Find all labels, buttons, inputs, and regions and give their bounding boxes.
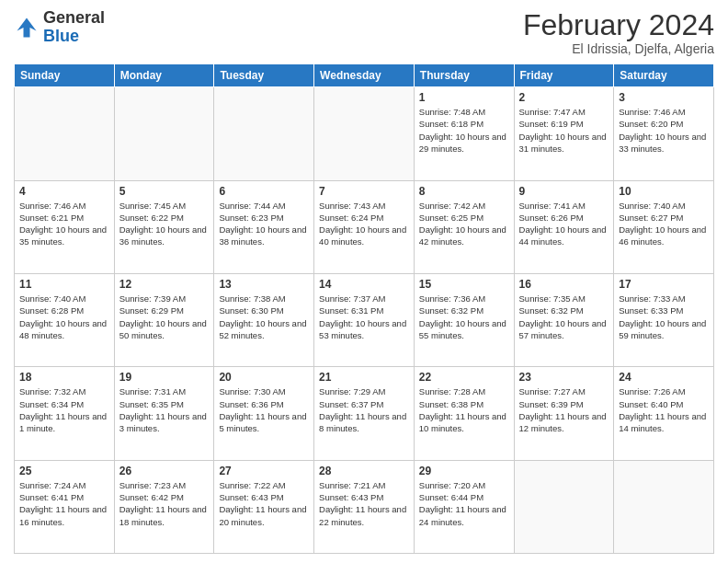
- day-info: Sunrise: 7:42 AM Sunset: 6:25 PM Dayligh…: [419, 200, 509, 248]
- calendar-header: Sunday Monday Tuesday Wednesday Thursday…: [15, 64, 714, 87]
- calendar-cell: 1Sunrise: 7:48 AM Sunset: 6:18 PM Daylig…: [414, 87, 514, 180]
- day-number: 3: [619, 91, 709, 104]
- calendar-cell: 26Sunrise: 7:23 AM Sunset: 6:42 PM Dayli…: [114, 460, 214, 553]
- day-number: 15: [419, 278, 509, 291]
- calendar-cell: 22Sunrise: 7:28 AM Sunset: 6:38 PM Dayli…: [414, 367, 514, 460]
- day-number: 4: [19, 185, 109, 198]
- day-info: Sunrise: 7:39 AM Sunset: 6:29 PM Dayligh…: [119, 293, 210, 341]
- day-info: Sunrise: 7:40 AM Sunset: 6:27 PM Dayligh…: [619, 200, 709, 248]
- calendar-cell: 13Sunrise: 7:38 AM Sunset: 6:30 PM Dayli…: [214, 273, 314, 366]
- calendar-cell: 24Sunrise: 7:26 AM Sunset: 6:40 PM Dayli…: [614, 367, 714, 460]
- calendar-week-row: 25Sunrise: 7:24 AM Sunset: 6:41 PM Dayli…: [15, 460, 714, 553]
- day-info: Sunrise: 7:48 AM Sunset: 6:18 PM Dayligh…: [419, 106, 509, 155]
- header-friday: Friday: [514, 64, 614, 87]
- day-number: 28: [319, 465, 409, 477]
- day-info: Sunrise: 7:24 AM Sunset: 6:41 PM Dayligh…: [19, 479, 109, 528]
- day-number: 1: [419, 91, 509, 104]
- subtitle: El Idrissia, Djelfa, Algeria: [523, 41, 714, 56]
- day-number: 20: [219, 371, 309, 384]
- calendar-cell: 21Sunrise: 7:29 AM Sunset: 6:37 PM Dayli…: [314, 367, 415, 460]
- day-number: 22: [419, 371, 509, 384]
- main-title: February 2024: [523, 9, 714, 41]
- calendar-table: Sunday Monday Tuesday Wednesday Thursday…: [14, 63, 714, 554]
- day-info: Sunrise: 7:40 AM Sunset: 6:28 PM Dayligh…: [19, 293, 109, 341]
- day-number: 6: [219, 185, 309, 198]
- calendar-week-row: 18Sunrise: 7:32 AM Sunset: 6:34 PM Dayli…: [15, 367, 714, 460]
- calendar-cell: [114, 87, 214, 180]
- calendar-cell: [314, 87, 415, 180]
- day-info: Sunrise: 7:46 AM Sunset: 6:20 PM Dayligh…: [619, 106, 709, 155]
- day-number: 19: [119, 371, 210, 384]
- calendar-body: 1Sunrise: 7:48 AM Sunset: 6:18 PM Daylig…: [15, 87, 714, 554]
- day-info: Sunrise: 7:26 AM Sunset: 6:40 PM Dayligh…: [619, 385, 709, 434]
- calendar-cell: 25Sunrise: 7:24 AM Sunset: 6:41 PM Dayli…: [15, 460, 115, 553]
- day-info: Sunrise: 7:36 AM Sunset: 6:32 PM Dayligh…: [419, 293, 509, 341]
- day-number: 12: [119, 278, 210, 291]
- calendar-cell: 28Sunrise: 7:21 AM Sunset: 6:43 PM Dayli…: [314, 460, 415, 553]
- day-number: 14: [319, 278, 409, 291]
- day-info: Sunrise: 7:44 AM Sunset: 6:23 PM Dayligh…: [219, 200, 309, 248]
- header: General Blue February 2024 El Idrissia, …: [14, 9, 714, 56]
- day-info: Sunrise: 7:22 AM Sunset: 6:43 PM Dayligh…: [219, 479, 309, 528]
- calendar-cell: 16Sunrise: 7:35 AM Sunset: 6:32 PM Dayli…: [514, 273, 614, 366]
- header-wednesday: Wednesday: [314, 64, 415, 87]
- header-tuesday: Tuesday: [214, 64, 314, 87]
- header-thursday: Thursday: [414, 64, 514, 87]
- day-number: 18: [19, 371, 109, 384]
- calendar-cell: 8Sunrise: 7:42 AM Sunset: 6:25 PM Daylig…: [414, 180, 514, 273]
- calendar-week-row: 11Sunrise: 7:40 AM Sunset: 6:28 PM Dayli…: [15, 273, 714, 366]
- calendar-cell: 29Sunrise: 7:20 AM Sunset: 6:44 PM Dayli…: [414, 460, 514, 553]
- day-number: 24: [619, 371, 709, 384]
- day-info: Sunrise: 7:31 AM Sunset: 6:35 PM Dayligh…: [119, 385, 210, 434]
- day-info: Sunrise: 7:43 AM Sunset: 6:24 PM Dayligh…: [319, 200, 409, 248]
- day-number: 8: [419, 185, 509, 198]
- calendar-cell: 10Sunrise: 7:40 AM Sunset: 6:27 PM Dayli…: [614, 180, 714, 273]
- logo-general-text: General: [43, 9, 105, 28]
- day-info: Sunrise: 7:37 AM Sunset: 6:31 PM Dayligh…: [319, 293, 409, 341]
- day-info: Sunrise: 7:47 AM Sunset: 6:19 PM Dayligh…: [519, 106, 609, 155]
- calendar-cell: 4Sunrise: 7:46 AM Sunset: 6:21 PM Daylig…: [15, 180, 115, 273]
- day-info: Sunrise: 7:35 AM Sunset: 6:32 PM Dayligh…: [519, 293, 609, 341]
- day-number: 13: [219, 278, 309, 291]
- calendar-cell: 18Sunrise: 7:32 AM Sunset: 6:34 PM Dayli…: [15, 367, 115, 460]
- day-number: 25: [19, 465, 109, 477]
- calendar-cell: 15Sunrise: 7:36 AM Sunset: 6:32 PM Dayli…: [414, 273, 514, 366]
- day-info: Sunrise: 7:46 AM Sunset: 6:21 PM Dayligh…: [19, 200, 109, 248]
- day-number: 10: [619, 185, 709, 198]
- day-number: 16: [519, 278, 609, 291]
- calendar-cell: 11Sunrise: 7:40 AM Sunset: 6:28 PM Dayli…: [15, 273, 115, 366]
- calendar-cell: 12Sunrise: 7:39 AM Sunset: 6:29 PM Dayli…: [114, 273, 214, 366]
- day-info: Sunrise: 7:20 AM Sunset: 6:44 PM Dayligh…: [419, 479, 509, 528]
- calendar-cell: 7Sunrise: 7:43 AM Sunset: 6:24 PM Daylig…: [314, 180, 415, 273]
- day-number: 5: [119, 185, 210, 198]
- logo-blue-text: Blue: [43, 28, 105, 46]
- logo: General Blue: [14, 9, 105, 46]
- day-number: 23: [519, 371, 609, 384]
- day-info: Sunrise: 7:41 AM Sunset: 6:26 PM Dayligh…: [519, 200, 609, 248]
- calendar-week-row: 4Sunrise: 7:46 AM Sunset: 6:21 PM Daylig…: [15, 180, 714, 273]
- header-sunday: Sunday: [15, 64, 115, 87]
- day-number: 17: [619, 278, 709, 291]
- calendar-cell: 9Sunrise: 7:41 AM Sunset: 6:26 PM Daylig…: [514, 180, 614, 273]
- day-number: 29: [419, 465, 509, 477]
- svg-marker-0: [17, 17, 37, 37]
- day-info: Sunrise: 7:32 AM Sunset: 6:34 PM Dayligh…: [19, 385, 109, 434]
- day-info: Sunrise: 7:29 AM Sunset: 6:37 PM Dayligh…: [319, 385, 409, 434]
- day-info: Sunrise: 7:38 AM Sunset: 6:30 PM Dayligh…: [219, 293, 309, 341]
- calendar-cell: 2Sunrise: 7:47 AM Sunset: 6:19 PM Daylig…: [514, 87, 614, 180]
- calendar-cell: 27Sunrise: 7:22 AM Sunset: 6:43 PM Dayli…: [214, 460, 314, 553]
- day-info: Sunrise: 7:21 AM Sunset: 6:43 PM Dayligh…: [319, 479, 409, 528]
- day-number: 26: [119, 465, 210, 477]
- calendar-cell: [614, 460, 714, 553]
- day-number: 9: [519, 185, 609, 198]
- day-info: Sunrise: 7:45 AM Sunset: 6:22 PM Dayligh…: [119, 200, 210, 248]
- calendar-week-row: 1Sunrise: 7:48 AM Sunset: 6:18 PM Daylig…: [15, 87, 714, 180]
- day-number: 2: [519, 91, 609, 104]
- calendar-cell: [214, 87, 314, 180]
- title-block: February 2024 El Idrissia, Djelfa, Alger…: [523, 9, 714, 56]
- day-header-row: Sunday Monday Tuesday Wednesday Thursday…: [15, 64, 714, 87]
- day-number: 21: [319, 371, 409, 384]
- calendar-cell: 6Sunrise: 7:44 AM Sunset: 6:23 PM Daylig…: [214, 180, 314, 273]
- header-saturday: Saturday: [614, 64, 714, 87]
- calendar-cell: 17Sunrise: 7:33 AM Sunset: 6:33 PM Dayli…: [614, 273, 714, 366]
